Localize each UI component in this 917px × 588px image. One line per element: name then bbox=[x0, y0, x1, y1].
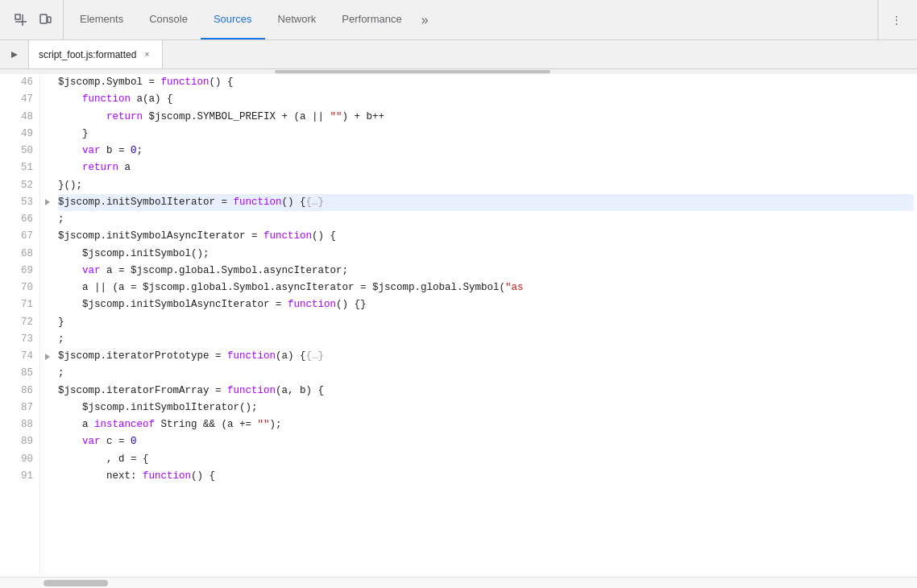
devtools-toolbar: Elements Console Sources Network Perform… bbox=[0, 0, 917, 40]
inspect-element-button[interactable] bbox=[10, 9, 32, 31]
code-line-53: $jscomp.initSymbolIterator = function() … bbox=[58, 194, 914, 211]
code-line-70: a || (a = $jscomp.global.Symbol.asyncIte… bbox=[58, 280, 914, 296]
code-line-46: $jscomp.Symbol = function() { bbox=[58, 74, 914, 91]
svg-rect-4 bbox=[48, 17, 51, 23]
code-lines: $jscomp.Symbol = function() { function a… bbox=[55, 74, 917, 577]
scroll-hint-bar bbox=[275, 70, 550, 73]
code-line-88: a instanceof String && (a += ""); bbox=[58, 416, 914, 433]
code-line-67: $jscomp.initSymbolAsyncIterator = functi… bbox=[58, 228, 914, 245]
toolbar-icon-group bbox=[3, 0, 64, 39]
code-line-48: return $jscomp.SYMBOL_PREFIX + (a || "")… bbox=[58, 109, 914, 126]
code-line-90: , d = { bbox=[58, 451, 914, 468]
code-line-74: $jscomp.iteratorPrototype = function(a) … bbox=[58, 348, 914, 365]
file-tab-close-button[interactable]: × bbox=[141, 49, 152, 60]
fold-arrow-53[interactable] bbox=[40, 194, 55, 211]
code-line-68: $jscomp.initSymbol(); bbox=[58, 246, 914, 263]
code-line-47: function a(a) { bbox=[58, 91, 914, 108]
tab-network[interactable]: Network bbox=[265, 0, 330, 39]
code-line-69: var a = $jscomp.global.Symbol.asyncItera… bbox=[58, 263, 914, 280]
tab-elements[interactable]: Elements bbox=[67, 0, 136, 39]
more-tabs-button[interactable]: » bbox=[415, 0, 435, 39]
code-line-72: } bbox=[58, 314, 914, 331]
svg-rect-3 bbox=[40, 14, 47, 23]
code-line-66: ; bbox=[58, 211, 914, 228]
bottom-scrollbar[interactable] bbox=[0, 577, 917, 588]
device-toggle-button[interactable] bbox=[34, 9, 56, 31]
line-numbers: 46 47 48 49 50 51 52 53 66 67 68 69 70 7… bbox=[0, 74, 40, 577]
code-line-87: $jscomp.initSymbolIterator(); bbox=[58, 400, 914, 416]
code-line-89: var c = 0 bbox=[58, 433, 914, 450]
code-line-85: ; bbox=[58, 365, 914, 382]
devtools-menu-button[interactable]: ⋮ bbox=[885, 9, 907, 31]
code-line-86: $jscomp.iteratorFromArray = function(a, … bbox=[58, 383, 914, 400]
code-line-51: return a bbox=[58, 159, 914, 176]
tab-sources[interactable]: Sources bbox=[201, 0, 265, 39]
file-tab-script-foot[interactable]: script_foot.js:formatted × bbox=[29, 40, 163, 68]
code-line-91: next: function() { bbox=[58, 468, 914, 485]
code-line-73: ; bbox=[58, 331, 914, 348]
code-line-71: $jscomp.initSymbolAsyncIterator = functi… bbox=[58, 296, 914, 313]
tab-console[interactable]: Console bbox=[136, 0, 201, 39]
fold-arrow-74[interactable] bbox=[40, 348, 55, 365]
devtools-tabs: Elements Console Sources Network Perform… bbox=[67, 0, 878, 39]
sources-panel-toggle[interactable] bbox=[0, 40, 29, 68]
tab-performance[interactable]: Performance bbox=[329, 0, 414, 39]
file-tab-label: script_foot.js:formatted bbox=[39, 49, 136, 60]
code-gutter bbox=[40, 74, 55, 577]
svg-marker-5 bbox=[11, 52, 18, 58]
code-line-52: }(); bbox=[58, 177, 914, 194]
horizontal-scroll-thumb[interactable] bbox=[44, 580, 108, 586]
code-line-50: var b = 0; bbox=[58, 143, 914, 159]
scroll-hint bbox=[0, 69, 917, 74]
toolbar-right: ⋮ bbox=[878, 0, 914, 39]
code-content: 46 47 48 49 50 51 52 53 66 67 68 69 70 7… bbox=[0, 74, 917, 577]
svg-rect-0 bbox=[15, 14, 20, 19]
code-line-49: } bbox=[58, 126, 914, 143]
file-tabs-row: script_foot.js:formatted × bbox=[0, 40, 917, 69]
code-area: 46 47 48 49 50 51 52 53 66 67 68 69 70 7… bbox=[0, 69, 917, 588]
